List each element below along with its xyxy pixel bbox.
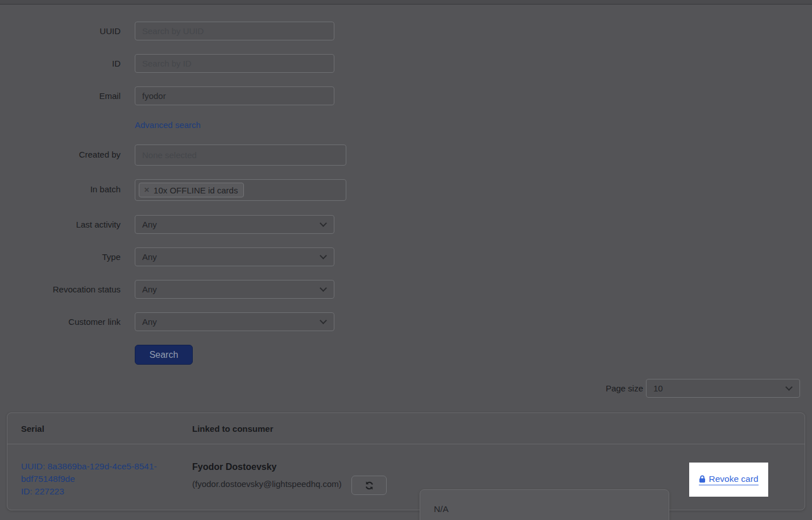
last-activity-select[interactable]: Any	[135, 215, 334, 234]
refresh-consumer-link-button[interactable]	[351, 476, 387, 495]
page: { "colors": { "page_bg": "#545457", "dim…	[0, 0, 812, 520]
revoke-card-label: Revoke card	[709, 474, 758, 484]
uuid-input[interactable]	[135, 22, 334, 40]
email-input[interactable]	[135, 86, 334, 105]
card-id-link[interactable]: ID: 227223	[21, 485, 173, 498]
search-button[interactable]: Search	[135, 345, 193, 365]
selected-batch-tag: ✕ 10x OFFLINE id cards	[139, 183, 244, 197]
linked-customer-panel: N/A	[420, 489, 669, 520]
in-batch-label: In batch	[0, 184, 121, 194]
chevron-down-icon	[320, 284, 327, 292]
in-batch-input[interactable]: ✕ 10x OFFLINE id cards	[135, 179, 346, 201]
revoke-card-link[interactable]: Revoke card	[699, 474, 758, 485]
chevron-down-icon	[785, 383, 793, 391]
customer-link-select[interactable]: Any	[135, 312, 334, 331]
consumer-name: Fyodor Dostoevsky	[192, 462, 276, 472]
last-activity-label: Last activity	[0, 220, 121, 229]
consumer-email: (fyodor.dostoevsky@lightspeedhq.com)	[192, 479, 342, 489]
chevron-down-icon	[320, 317, 327, 324]
column-header-linked-to-consumer: Linked to consumer	[192, 413, 274, 444]
type-value: Any	[142, 252, 157, 262]
id-label: ID	[0, 59, 121, 68]
advanced-search-link[interactable]: Advanced search	[135, 120, 201, 130]
remove-tag-icon[interactable]: ✕	[144, 186, 150, 194]
table-row: UUID: 8a3869ba-129d-4ce5-8541-bdf75148f9…	[7, 444, 805, 510]
chevron-down-icon	[320, 252, 327, 259]
page-size-value: 10	[653, 383, 663, 393]
results-table: Serial Linked to consumer UUID: 8a3869ba…	[7, 412, 805, 510]
revocation-status-value: Any	[142, 284, 157, 294]
customer-link-label: Customer link	[0, 317, 121, 327]
top-strip	[0, 0, 812, 5]
column-header-serial: Serial	[21, 413, 44, 444]
revocation-status-select[interactable]: Any	[135, 280, 334, 299]
table-header-row: Serial Linked to consumer	[7, 413, 805, 444]
created-by-input[interactable]	[135, 145, 346, 166]
chevron-down-icon	[320, 220, 327, 227]
batch-tag-label: 10x OFFLINE id cards	[154, 185, 238, 195]
customer-link-value: Any	[142, 317, 157, 327]
type-select[interactable]: Any	[135, 247, 334, 266]
id-input[interactable]	[135, 54, 334, 73]
created-by-label: Created by	[0, 150, 121, 159]
tour-highlight: Revoke card	[689, 463, 768, 497]
page-size-label: Page size	[529, 383, 643, 393]
page-size-select[interactable]: 10	[646, 379, 800, 398]
serial-cell: UUID: 8a3869ba-129d-4ce5-8541-bdf75148f9…	[21, 460, 173, 498]
uuid-label: UUID	[0, 26, 121, 36]
refresh-icon	[364, 481, 374, 490]
card-uuid-link[interactable]: UUID: 8a3869ba-129d-4ce5-8541-bdf75148f9…	[21, 460, 173, 485]
revocation-status-label: Revocation status	[0, 284, 121, 294]
type-label: Type	[0, 252, 121, 262]
lock-icon	[699, 475, 706, 483]
last-activity-value: Any	[142, 220, 157, 229]
email-label: Email	[0, 91, 121, 101]
